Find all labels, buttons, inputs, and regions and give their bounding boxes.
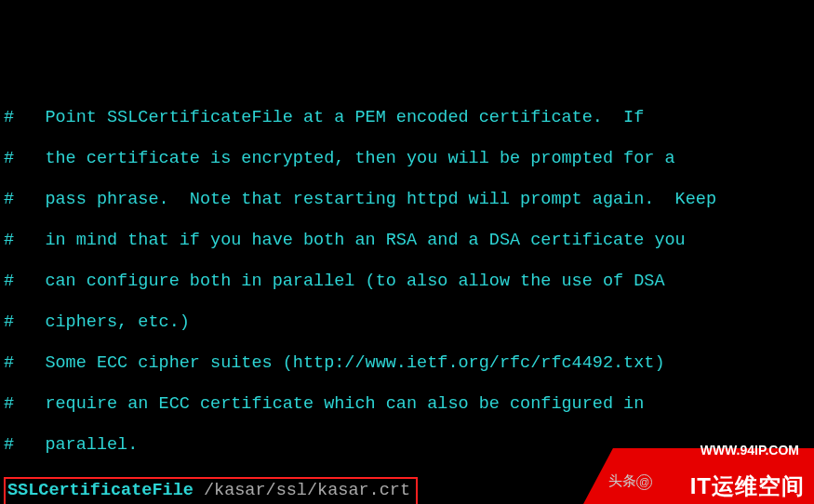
watermark-url-text: WWW.94IP.COM bbox=[701, 440, 799, 460]
at-icon: @ bbox=[636, 474, 652, 490]
watermark-overlay: WWW.94IP.COM 头条@ IT运维空间 bbox=[794, 402, 814, 504]
config-comment-line: # Some ECC cipher suites (http://www.iet… bbox=[4, 353, 810, 374]
directive-name: SSLCertificateFile bbox=[7, 481, 193, 500]
editor-viewport[interactable]: # Point SSLCertificateFile at a PEM enco… bbox=[4, 87, 810, 504]
config-comment-line: # ciphers, etc.) bbox=[4, 312, 810, 333]
directive-path: /kasar/ssl/kasar.crt bbox=[204, 481, 410, 500]
watermark-brand-text: IT运维空间 bbox=[690, 476, 805, 497]
watermark-toutiao-text: 头条@ bbox=[608, 471, 652, 491]
config-comment-line: # the certificate is encrypted, then you… bbox=[4, 149, 810, 169]
config-comment-line: # Point SSLCertificateFile at a PEM enco… bbox=[4, 108, 810, 128]
config-comment-line: # can configure both in parallel (to als… bbox=[4, 272, 810, 292]
config-comment-line: # pass phrase. Note that restarting http… bbox=[4, 190, 810, 210]
config-comment-line: # in mind that if you have both an RSA a… bbox=[4, 231, 810, 251]
config-comment-line: # require an ECC certificate which can a… bbox=[4, 394, 810, 415]
ssl-certificate-file-directive: SSLCertificateFile /kasar/ssl/kasar.crt bbox=[4, 477, 418, 504]
